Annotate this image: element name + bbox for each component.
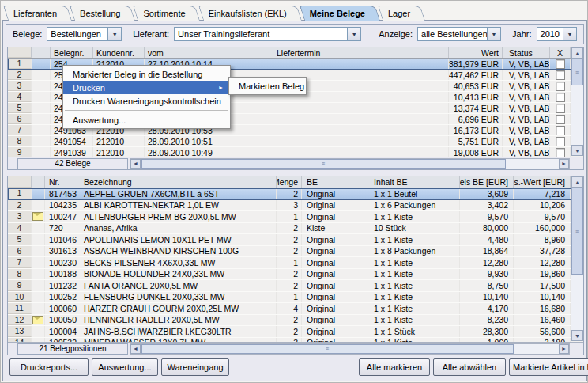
positions-table-row[interactable]: 8100188BIONADE HOLUNDER 24X0,33L MW2Orig… [8,269,583,281]
positions-table-row[interactable]: 6301613ASBACH WEINBRAND KIRSCHEN 100G2Or… [8,246,583,258]
row-checkbox[interactable] [556,137,565,146]
orders-hscrollbar[interactable]: ◄ ≡ ► [130,158,570,169]
positions-column-header[interactable]: Preis BE [EUR] [460,176,514,188]
tab-lieferanten[interactable]: Lieferanten [6,6,70,21]
orders-column-header[interactable]: Kundennr. [93,47,145,58]
orders-column-header[interactable]: X [550,47,571,58]
scroll-down-icon[interactable]: ▼ [571,330,583,341]
positions-table-row[interactable]: 13100004JAHNS-B.SCHWARZBIER I.KEG30LTR2O… [8,326,583,338]
positions-table-row[interactable]: 5101046APOLLINARIS LEMON 10X1L PET MW2Or… [8,234,583,246]
tab-meine-belege[interactable]: Meine Belege [302,6,378,21]
mail-icon [32,316,43,324]
orders-column-header[interactable] [32,47,51,58]
orders-hscroll-thumb[interactable]: ≡ [141,159,506,169]
chevron-down-icon[interactable]: ▼ [347,28,360,40]
scroll-right-icon[interactable]: ► [559,344,569,354]
cell-inhalt-be: 1 x 6 Packungen [371,200,460,211]
row-checkbox[interactable] [556,82,565,91]
lieferant-dropdown[interactable]: Unser Trainingslieferant ▼ [174,27,361,41]
button-alle-markieren[interactable]: Alle markieren [359,358,430,376]
cell-inhalt-be: 1 x 1 Kiste [371,269,460,280]
cell-status: V, VB, LAB [503,92,550,102]
positions-table-row[interactable]: 9101232FANTA ORANGE 20X0,5L MW2Original1… [8,280,583,292]
positions-column-header[interactable]: BE [302,176,371,188]
filter-toolbar: Belege: Bestellungen ▼ Lieferant: Unser … [6,24,584,44]
positions-table-row[interactable]: 10100252FLENSBURG DUNKEL 20X0,33L MW1Ori… [8,292,583,304]
row-checkbox[interactable] [556,70,565,80]
orders-column-header[interactable] [8,47,32,58]
cell-liefertermin [273,103,449,113]
context-menu-item[interactable]: Drucken► [63,81,230,94]
positions-table-row[interactable]: 7100230BECKS PILSENER 4X6X0,33L MW1Origi… [8,257,583,269]
cell-status: V, VB, LAB [503,70,550,80]
positions-column-header[interactable]: Menge [277,176,302,188]
positions-hscroll-thumb[interactable]: ≡ [141,344,514,354]
cell-bezeichnung: FLENSBURG DUNKEL 20X0,33L MW [81,292,277,303]
anzeige-dropdown[interactable]: alle Bestellungen ▼ [417,27,501,41]
cell-nr: 100252 [45,292,81,303]
row-icon-cell [32,188,45,199]
button-druckreports-[interactable]: Druckreports... [9,358,89,376]
cell-inhalt-be: 10 Stück [371,223,460,234]
chevron-down-icon[interactable]: ▼ [107,28,121,40]
positions-vscroll-thumb[interactable]: ≡ [571,188,583,275]
context-menu-item[interactable]: Drucken Wareneingangskontrollschein [63,94,230,108]
belege-dropdown[interactable]: Bestellungen ▼ [47,27,122,41]
scroll-up-icon[interactable]: ▲ [571,47,583,59]
button-alle-abwählen[interactable]: Alle abwählen [433,358,506,376]
scroll-left-icon[interactable]: ◄ [130,344,141,354]
positions-table-row[interactable]: 11100060HARZER GRAUH GOURM 20X0,25L MW4O… [8,303,583,315]
positions-table-row[interactable]: 4720Ananas, Afrika2Kiste10 Stück80,00016… [8,223,583,235]
button-markierte-artikel-in-bestellung[interactable]: Markierte Artikel in Bestellung [509,358,588,376]
scroll-up-icon[interactable]: ▲ [571,176,583,188]
mail-icon [32,212,43,221]
positions-column-header[interactable]: Inhalt BE [371,176,460,188]
tab-einkaufslisten-ekl-[interactable]: Einkaufslisten (EKL) [201,6,300,21]
positions-vscrollbar[interactable]: ▲ ≡ ▼ [571,176,583,341]
positions-column-header[interactable] [32,176,45,188]
row-checkbox[interactable] [556,93,565,102]
tab-lager[interactable]: Lager [380,6,423,21]
row-checkbox[interactable] [556,59,565,69]
cell-be: Kiste [302,223,371,234]
chevron-down-icon[interactable]: ▼ [487,28,500,40]
positions-table-row[interactable]: 1817453AEPFEL GRUEN 7X6CM,BTL à 6ST2Orig… [8,188,583,200]
orders-column-header[interactable]: Belegnr. [51,47,93,58]
orders-vscrollbar[interactable]: ▲ ≡ ▼ [571,47,583,156]
orders-column-header[interactable]: vom [145,47,273,58]
tab-sortimente[interactable]: Sortimente [135,6,198,21]
jahr-dropdown[interactable]: 2010 ▼ [537,27,577,41]
positions-column-header[interactable]: Nr. [45,176,81,188]
scroll-left-icon[interactable]: ◄ [130,159,141,169]
row-checkbox[interactable] [556,126,565,135]
positions-column-header[interactable] [8,176,32,188]
row-checkbox[interactable] [556,115,565,124]
button-auswertung-[interactable]: Auswertung... [92,358,158,376]
orders-column-header[interactable]: Status [503,47,550,58]
orders-vscroll-thumb[interactable]: ≡ [571,59,583,85]
cell-liefertermin [273,125,449,135]
positions-column-header[interactable]: Bezeichnung [81,176,277,188]
positions-table-row[interactable]: 3100247ALTENBURGER PREM BG 20X0,5L MW1Or… [8,211,583,223]
row-icon-cell [32,200,45,211]
row-number: 7 [8,257,32,268]
scroll-right-icon[interactable]: ► [559,159,569,169]
positions-hscrollbar[interactable]: ◄ ≡ ► [130,343,570,355]
context-menu-item[interactable]: Markierter Beleg in die Bestellung [63,67,230,81]
tab-bestellung[interactable]: Bestellung [72,6,133,21]
positions-table-row[interactable]: 2104235ALBI KAROTTEN-NEKTAR 1,0L EW3Orig… [8,200,583,212]
row-checkbox[interactable] [556,148,565,157]
scroll-down-icon[interactable]: ▼ [571,145,583,156]
context-submenu-item[interactable]: Markierten Beleg [229,79,306,93]
positions-table-row[interactable]: 12100050HENNINGER RADLER 20X0,5L MW2Orig… [8,315,583,327]
row-number: 2 [8,200,32,211]
orders-table-row[interactable]: 8249105421201028.09.2010 10:515,751 EURV… [8,136,583,147]
chevron-down-icon[interactable]: ▼ [563,28,576,40]
context-menu-item[interactable]: Auswertung... [63,113,230,127]
row-checkbox[interactable] [556,104,565,113]
positions-column-header[interactable]: Pos.-Wert [EUR] [514,176,571,188]
orders-column-header[interactable]: Wert [449,47,503,58]
orders-column-header[interactable]: Liefertermin [273,47,449,58]
button-wareneingang[interactable]: Wareneingang [161,358,229,376]
cell-menge: 1 [277,211,302,222]
